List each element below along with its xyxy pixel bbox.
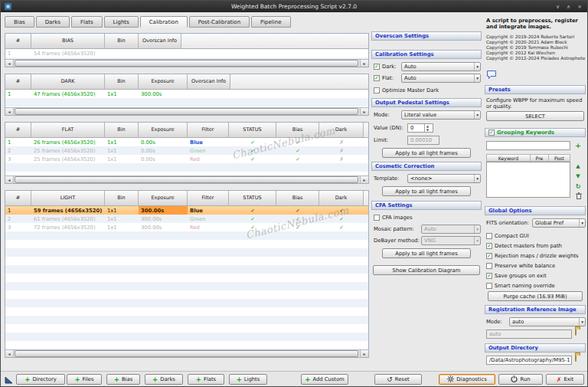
column-header-bin[interactable]: Bin (105, 191, 139, 206)
add-directory-button[interactable]: +Directory (16, 374, 65, 385)
scroll-right-icon[interactable]: ▸ (360, 176, 368, 183)
tab-darks[interactable]: Darks (36, 16, 70, 28)
scroll-left-icon[interactable]: ◂ (5, 176, 14, 183)
section-grouping-keywords[interactable]: ✓ Grouping Keywords (485, 128, 586, 137)
add-lights-button[interactable]: +Lights (229, 374, 267, 385)
add-bias-button[interactable]: +Bias (106, 374, 140, 385)
tab-bias[interactable]: Bias (5, 16, 34, 28)
scroll-thumb[interactable] (15, 108, 358, 115)
column-header-post[interactable]: Post (549, 154, 570, 162)
maximize-button[interactable]: ∧ (567, 4, 570, 10)
table-row[interactable]: 3 25 frames (4656x3520) 1x1 0.00s Red ✓ … (5, 155, 368, 163)
table-row[interactable]: 1 54 frames (4656x3520) (5, 49, 368, 57)
column-header-bias[interactable]: BIAS (31, 34, 105, 49)
output-directory-field[interactable]: /Data/Astrophotography/M95-1 (486, 356, 572, 365)
section-global-options[interactable]: Global Options (485, 206, 586, 215)
column-header-exposure[interactable]: Exposure (139, 191, 188, 206)
preserve-white-balance-checkbox[interactable] (486, 263, 492, 269)
light-hscrollbar[interactable]: ◂ ▸ (5, 349, 368, 357)
scroll-right-icon[interactable]: ▸ (360, 108, 368, 115)
tab-flats[interactable]: Flats (71, 16, 103, 28)
move-up-icon[interactable]: ▲ (573, 163, 583, 169)
add-files-button[interactable]: +Files (67, 374, 102, 385)
dark-hscrollbar[interactable]: ◂ ▸ (5, 107, 368, 115)
column-header-status[interactable]: STATUS (229, 191, 276, 206)
column-header-num[interactable]: # (5, 34, 31, 49)
close-button[interactable]: × (577, 4, 582, 10)
column-header-filter[interactable]: Filter (188, 123, 229, 138)
section-calibration-settings[interactable]: Calibration Settings (371, 50, 482, 59)
column-header-bias[interactable]: Bias (276, 191, 319, 206)
scroll-right-icon[interactable]: ▸ (360, 350, 368, 357)
scroll-thumb[interactable] (15, 60, 358, 67)
scroll-thumb[interactable] (15, 350, 358, 357)
tab-post-calibration[interactable]: Post-Calibration (189, 16, 250, 28)
presets-select-button[interactable]: SELECT (486, 111, 584, 121)
dark-master-select[interactable]: Auto ▾ (401, 62, 481, 71)
column-header-exposure[interactable]: Exposure (139, 74, 188, 90)
optimize-master-dark-checkbox[interactable] (374, 87, 380, 93)
window-titlebar[interactable]: Weighted Batch Preprocessing Script v2.7… (1, 1, 587, 12)
column-header-status[interactable]: STATUS (229, 123, 276, 138)
registration-mode-select[interactable]: auto ▾ (509, 317, 586, 326)
flat-checkbox[interactable]: ✓ (374, 75, 380, 81)
cfa-images-checkbox[interactable] (374, 215, 380, 221)
section-output-pedestal[interactable]: Output Pedestal Settings (371, 98, 482, 107)
column-header-flat[interactable]: FLAT (31, 123, 105, 138)
table-row[interactable]: 3 72 frames (4656x3520) 1x1 300.00s Red … (5, 223, 368, 231)
bias-hscrollbar[interactable]: ◂ ▸ (5, 59, 368, 67)
pedestal-value-spinner[interactable]: 0 ▲ ▼ (407, 123, 433, 133)
folder-icon[interactable] (575, 355, 577, 361)
compact-gui-checkbox[interactable] (486, 233, 492, 239)
column-header-num[interactable]: # (5, 123, 31, 138)
pedestal-apply-button[interactable]: Apply to all light frames (382, 148, 471, 158)
smart-naming-checkbox[interactable] (486, 283, 492, 289)
minimize-button[interactable]: ∨ (556, 4, 560, 10)
flat-hscrollbar[interactable]: ◂ ▸ (5, 175, 368, 183)
column-header-bin[interactable]: Bin (105, 74, 139, 90)
spin-down-icon[interactable]: ▼ (425, 128, 430, 132)
table-row[interactable]: 2 25 frames (4656x3520) 1x1 0.00s Green … (5, 146, 368, 155)
tab-pipeline[interactable]: Pipeline (251, 16, 290, 28)
column-header-filter[interactable]: Filter (188, 191, 229, 206)
add-darks-button[interactable]: +Darks (145, 374, 183, 385)
flat-master-select[interactable]: Auto ▾ (401, 74, 481, 83)
section-output-directory[interactable]: Output Directory (485, 343, 586, 353)
column-header-num[interactable]: # (5, 74, 31, 90)
table-row-selected[interactable]: 1 59 frames (4656x3520) 1x1 300.00s Blue… (5, 206, 368, 215)
section-overscan-settings[interactable]: Overscan Settings (371, 31, 482, 41)
dark-checkbox[interactable]: ✓ (374, 64, 380, 70)
move-down-icon[interactable]: ▼ (573, 173, 583, 179)
column-header-keyword[interactable]: Keyword (486, 154, 531, 162)
add-flats-button[interactable]: +Flats (188, 374, 224, 385)
column-header-dark[interactable]: DARK (31, 74, 105, 90)
refresh-icon[interactable]: ↻ (573, 183, 583, 190)
folder-icon[interactable] (575, 329, 577, 335)
save-groups-checkbox[interactable]: ✓ (486, 273, 492, 279)
column-header-dark[interactable]: Dark (319, 123, 364, 138)
scroll-left-icon[interactable]: ◂ (5, 60, 14, 67)
column-header-num[interactable]: # (5, 191, 31, 206)
fits-orientation-select[interactable]: Global Pref ▾ (532, 218, 586, 228)
section-cosmetic-correction[interactable]: Cosmetic Correction (371, 162, 482, 171)
pedestal-mode-select[interactable]: Literal value ▾ (401, 110, 481, 120)
cfa-apply-button[interactable]: Apply to all light frames (382, 248, 471, 258)
column-header-overscan[interactable]: Overscan Info (139, 34, 181, 49)
detect-masters-checkbox[interactable]: ✓ (486, 243, 492, 249)
column-header-bias[interactable]: Bias (276, 123, 319, 138)
rejection-maps-checkbox[interactable]: ✓ (486, 253, 492, 259)
comment-bubble-icon[interactable] (486, 70, 497, 81)
column-header-exposure[interactable]: Exposure (139, 123, 188, 138)
diagnostics-button[interactable]: Diagnostics (439, 374, 495, 385)
show-calibration-diagram-button[interactable]: Show Calibration Diagram (373, 265, 480, 275)
scroll-thumb[interactable] (15, 176, 358, 183)
scroll-left-icon[interactable]: ◂ (5, 350, 14, 357)
column-header-bin[interactable]: Bin (105, 123, 139, 138)
keyword-list[interactable] (486, 162, 570, 198)
section-cfa-settings[interactable]: CFA Settings (371, 201, 482, 210)
column-header-dark[interactable]: Dark (319, 191, 364, 206)
column-header-pre[interactable]: Pre (531, 154, 549, 162)
add-keyword-icon[interactable]: + (573, 142, 583, 149)
keyword-input[interactable] (486, 141, 570, 150)
cosmetic-apply-button[interactable]: Apply to all light frames (382, 186, 471, 196)
